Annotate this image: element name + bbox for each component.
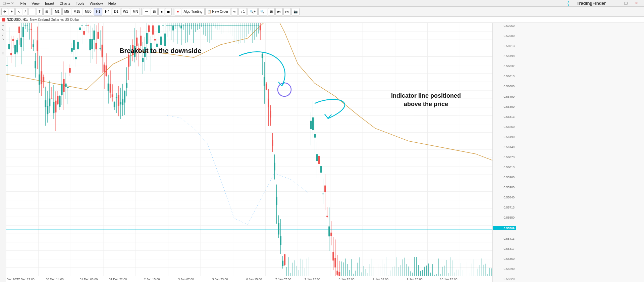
- toolbar: ✛ + ↖ / — T ⊞ M1 M5 M15 M30 H1 H4 D1 W1 …: [0, 7, 644, 17]
- left-tool-3[interactable]: /: [2, 33, 3, 36]
- chart-type-candle[interactable]: ■: [158, 8, 164, 15]
- right-panel: [516, 23, 644, 282]
- scroll-left[interactable]: ⏮: [275, 8, 283, 15]
- price-22: 0.55360: [493, 257, 516, 261]
- left-tool-4[interactable]: 〜: [1, 37, 4, 42]
- tf-m5[interactable]: M5: [62, 8, 71, 15]
- symbol-bar: NZDUSD, H1: New Zealand Dollar vs US Dol…: [0, 17, 644, 23]
- time-label-10: 7 Jan 23:00: [305, 278, 320, 281]
- price-axis: 0.57050 0.57000 0.56913 0.56790 0.56637 …: [492, 23, 516, 282]
- left-tool-1[interactable]: ✛: [2, 24, 4, 28]
- tf-m1[interactable]: M1: [53, 8, 62, 15]
- time-label-12: 9 Jan 07:00: [373, 278, 388, 281]
- tf-d1[interactable]: D1: [112, 8, 120, 15]
- price-2: 0.56913: [493, 44, 516, 48]
- indicators-button[interactable]: ∿: [231, 8, 238, 15]
- grid-button[interactable]: ⊞: [268, 8, 275, 15]
- chart-canvas[interactable]: [6, 23, 492, 276]
- chart-container[interactable]: Breakout to the downside Indicator line …: [6, 23, 516, 282]
- price-15: 0.55960: [493, 176, 516, 179]
- tf-h1[interactable]: H1: [94, 8, 102, 15]
- arrow-tool[interactable]: ↖: [15, 8, 22, 15]
- chart-type-area[interactable]: ◼: [165, 8, 172, 15]
- chart-type-line[interactable]: 〜: [143, 8, 150, 15]
- text-tool[interactable]: T: [37, 8, 43, 15]
- menu-bar: ▢ — ✕ File View Insert Charts Tools Wind…: [0, 0, 644, 7]
- time-label-14: 10 Jan 15:00: [440, 278, 457, 281]
- left-tool-5[interactable]: ☰: [2, 43, 4, 46]
- time-label-1: 27 Dec 22:00: [16, 278, 35, 281]
- price-7: 0.56490: [493, 95, 516, 98]
- more-indicators[interactable]: ↕ 1: [238, 8, 247, 15]
- left-toolbar: ✛ ↖ / 〜 ☰ T ⊞: [0, 23, 6, 282]
- tf-m15[interactable]: M15: [72, 8, 82, 15]
- time-label-3: 31 Dec 06:00: [80, 278, 98, 281]
- add-tool[interactable]: +: [9, 8, 15, 15]
- price-10: 0.56260: [493, 125, 516, 129]
- tf-h4[interactable]: H4: [103, 8, 111, 15]
- time-label-8: 6 Jan 15:00: [246, 278, 262, 281]
- price-20: 0.55413: [493, 237, 516, 240]
- main-layout: ✛ ↖ / 〜 ☰ T ⊞ Breakout to the downside I…: [0, 23, 644, 282]
- left-tool-7[interactable]: ⊞: [2, 51, 4, 55]
- line-tool[interactable]: /: [23, 8, 28, 15]
- price-23: 0.55290: [493, 267, 516, 271]
- algo-trading-button[interactable]: Algo Trading: [182, 8, 205, 15]
- time-label-2: 30 Dec 14:00: [46, 278, 64, 281]
- price-19: 0.55550: [493, 216, 516, 219]
- price-11: 0.56190: [493, 135, 516, 139]
- tf-w1[interactable]: W1: [121, 8, 130, 15]
- left-tool-6[interactable]: T: [2, 47, 4, 50]
- price-3: 0.56790: [493, 54, 516, 58]
- window-close[interactable]: ✕: [632, 1, 641, 5]
- price-6: 0.56600: [493, 85, 516, 88]
- left-tool-2[interactable]: ↖: [2, 29, 4, 32]
- chart-type-bar[interactable]: ⊟: [151, 8, 158, 15]
- menu-file[interactable]: File: [18, 1, 29, 5]
- symbol-name: NZDUSD, H1:: [7, 18, 28, 21]
- chart-zoom-in[interactable]: 🔍+: [248, 8, 258, 15]
- price-0: 0.57050: [493, 24, 516, 28]
- price-16: 0.55900: [493, 186, 516, 189]
- logo-text: TradingFinder: [574, 1, 608, 6]
- menu-tools[interactable]: Tools: [73, 1, 87, 5]
- menu-help[interactable]: Help: [106, 1, 119, 5]
- menu-charts[interactable]: Charts: [57, 1, 73, 5]
- price-17: 0.55840: [493, 196, 516, 199]
- crosshair-tool[interactable]: ✛: [1, 8, 8, 15]
- window-controls: ▢ — ✕: [0, 1, 16, 5]
- time-label-11: 8 Jan 15:00: [338, 278, 354, 281]
- price-13: 0.56073: [493, 155, 516, 159]
- time-label-5: 2 Jan 15:00: [144, 278, 160, 281]
- price-9: 0.56313: [493, 115, 516, 119]
- price-4: 0.56637: [493, 64, 516, 68]
- price-8: 0.56400: [493, 105, 516, 108]
- price-1: 0.57000: [493, 34, 516, 38]
- tf-m30[interactable]: M30: [83, 8, 93, 15]
- time-label-6: 3 Jan 07:00: [178, 278, 194, 281]
- shapes-tool[interactable]: ⊞: [43, 8, 50, 15]
- chart-zoom-out[interactable]: 🔍-: [258, 8, 267, 15]
- price-12: 0.56140: [493, 145, 516, 149]
- price-24: 0.55220: [493, 277, 516, 281]
- window-maximize[interactable]: ▢: [622, 1, 630, 5]
- scroll-right[interactable]: ⏭: [283, 8, 291, 15]
- symbol-color: [2, 18, 5, 21]
- window-minimize[interactable]: —: [610, 1, 620, 5]
- menu-window[interactable]: Window: [87, 1, 106, 5]
- menu-insert[interactable]: Insert: [42, 1, 57, 5]
- sell-button[interactable]: ●: [175, 8, 181, 15]
- time-label-7: 3 Jan 23:00: [212, 278, 228, 281]
- price-21: 0.55417: [493, 247, 516, 250]
- time-label-9: 7 Jan 07:00: [275, 278, 291, 281]
- tf-mn[interactable]: MN: [131, 8, 140, 15]
- time-label-13: 9 Jan 23:00: [407, 278, 422, 281]
- menu-view[interactable]: View: [29, 1, 42, 5]
- screenshot-button[interactable]: 📷: [291, 8, 300, 15]
- dash-tool[interactable]: —: [29, 8, 36, 15]
- new-order-button[interactable]: 📋 New Order: [205, 8, 230, 15]
- price-18: 0.55713: [493, 206, 516, 209]
- price-14: 0.56013: [493, 166, 516, 169]
- price-5: 0.56613: [493, 75, 516, 78]
- symbol-description: New Zealand Dollar vs US Dollar: [30, 18, 79, 21]
